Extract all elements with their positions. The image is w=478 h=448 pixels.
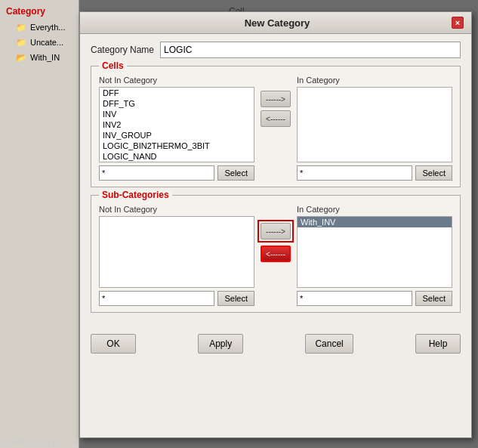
- tree-item[interactable]: 📁 Everyth...: [0, 20, 79, 35]
- background-panel: Category 📁 Everyth... 📁 Uncate... 📂 With…: [0, 0, 79, 448]
- list-item[interactable]: INV: [100, 109, 254, 119]
- modal-content: Category Name Cells Not In Category DFF …: [80, 34, 471, 328]
- sub-not-in-label: Not In Category: [99, 205, 254, 214]
- close-button[interactable]: ×: [452, 17, 464, 29]
- cells-not-in-filter-row: Select: [99, 165, 254, 181]
- category-label: Category: [0, 0, 79, 20]
- list-item[interactable]: LOGIC_BIN2THERMO_3BIT: [100, 141, 254, 151]
- modal-title: New Category: [103, 17, 452, 29]
- sub-in-filter[interactable]: [297, 291, 412, 306]
- sub-in-list[interactable]: With_INV: [297, 216, 452, 288]
- sub-not-in-list[interactable]: [99, 216, 254, 288]
- ok-button[interactable]: OK: [91, 334, 136, 354]
- list-item[interactable]: DFF: [100, 88, 254, 98]
- tree-item-label: Uncate...: [30, 38, 63, 47]
- category-name-input[interactable]: [160, 42, 461, 58]
- cells-in-list[interactable]: [297, 87, 452, 162]
- sub-not-in-col: Not In Category Select: [99, 205, 254, 306]
- cancel-button[interactable]: Cancel: [305, 334, 353, 354]
- bottom-buttons: OK Apply Cancel Help: [80, 328, 471, 354]
- cells-not-in-list[interactable]: DFF DFF_TG INV INV2 INV_GROUP LOGIC_BIN2…: [99, 87, 254, 162]
- list-item[interactable]: LOGIC_NAND: [100, 151, 254, 162]
- cells-in-filter-row: Select: [297, 165, 452, 181]
- sub-not-in-filter[interactable]: [99, 291, 214, 306]
- list-item[interactable]: INV_GROUP: [100, 130, 254, 141]
- cells-section: Cells Not In Category DFF DFF_TG INV INV…: [91, 66, 461, 187]
- cells-not-in-col: Not In Category DFF DFF_TG INV INV2 INV_…: [99, 76, 254, 181]
- list-item[interactable]: DFF_TG: [100, 98, 254, 109]
- status-bar: B/WithB_copy.: [0, 436, 63, 448]
- new-category-dialog: New Category × Category Name Cells Not I…: [79, 11, 472, 438]
- sub-two-panel: Not In Category Select ------> <------: [99, 205, 452, 306]
- cells-two-panel: Not In Category DFF DFF_TG INV INV2 INV_…: [99, 76, 452, 181]
- sub-move-right-button[interactable]: ------>: [261, 223, 291, 239]
- sub-arrow-col: ------> <------: [259, 205, 292, 262]
- cells-in-filter[interactable]: [297, 165, 412, 181]
- folder-icon: 📁: [15, 36, 27, 48]
- help-button[interactable]: Help: [415, 334, 461, 354]
- sub-categories-section: Sub-Categories Not In Category Select --…: [91, 195, 461, 313]
- sub-in-select-button[interactable]: Select: [415, 291, 452, 306]
- sub-move-left-button[interactable]: <------: [261, 246, 291, 262]
- folder-open-icon: 📂: [15, 51, 27, 63]
- folder-icon: 📁: [15, 21, 27, 33]
- sub-move-right-highlight: ------>: [258, 220, 294, 243]
- cells-in-label: In Category: [297, 76, 452, 85]
- category-name-row: Category Name: [91, 42, 461, 58]
- tree-item-label: With_IN: [30, 53, 60, 62]
- cells-not-in-select-button[interactable]: Select: [217, 165, 254, 181]
- tree-item[interactable]: 📂 With_IN: [0, 50, 79, 65]
- sub-not-in-select-button[interactable]: Select: [217, 291, 254, 306]
- cells-in-col: In Category Select: [297, 76, 452, 181]
- modal-titlebar: New Category ×: [80, 12, 471, 34]
- cells-not-in-label: Not In Category: [99, 76, 254, 85]
- sub-in-filter-row: Select: [297, 291, 452, 306]
- sub-in-label: In Category: [297, 205, 452, 214]
- cells-arrow-col: ------> <------: [259, 76, 292, 127]
- cells-move-right-button[interactable]: ------>: [261, 91, 291, 107]
- tree-item-label: Everyth...: [30, 23, 65, 32]
- apply-button[interactable]: Apply: [198, 334, 243, 354]
- sub-not-in-filter-row: Select: [99, 291, 254, 306]
- sub-in-col: In Category With_INV Select: [297, 205, 452, 306]
- cells-move-left-button[interactable]: <------: [261, 110, 291, 127]
- list-item[interactable]: INV2: [100, 119, 254, 130]
- cells-in-select-button[interactable]: Select: [415, 165, 452, 181]
- category-name-label: Category Name: [91, 45, 154, 55]
- sub-categories-section-title: Sub-Categories: [99, 190, 172, 200]
- cells-section-title: Cells: [99, 60, 127, 71]
- cells-not-in-filter[interactable]: [99, 165, 214, 181]
- tree-item[interactable]: 📁 Uncate...: [0, 35, 79, 50]
- list-item-selected[interactable]: With_INV: [298, 217, 452, 227]
